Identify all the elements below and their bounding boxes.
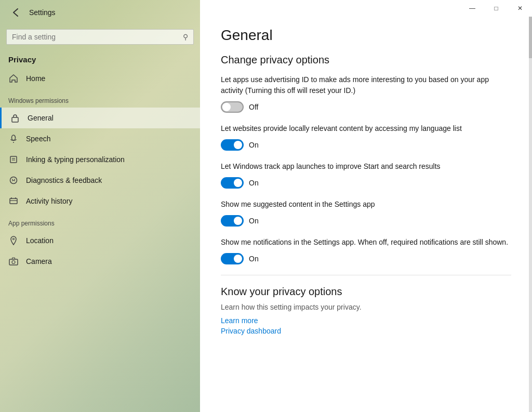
notifications-toggle[interactable] [221, 253, 244, 264]
change-privacy-options-title: Change privacy options [221, 54, 511, 66]
sidebar: Settings ⚲ Privacy Home Windows permissi… [0, 0, 200, 412]
sidebar-item-general[interactable]: General [0, 108, 200, 128]
home-icon [8, 73, 19, 84]
setting-notifications-toggle-row: On [221, 253, 511, 264]
inking-icon [8, 154, 19, 165]
svg-point-1 [12, 135, 16, 140]
search-box[interactable]: ⚲ [6, 29, 194, 45]
setting-advertising: Let apps use advertising ID to make ads … [221, 74, 511, 113]
sidebar-item-speech[interactable]: Speech [0, 128, 200, 149]
setting-suggested-desc: Show me suggested content in the Setting… [221, 199, 511, 210]
setting-tracking-desc: Let Windows track app launches to improv… [221, 161, 511, 172]
language-toggle-label: On [249, 141, 259, 149]
svg-rect-3 [10, 156, 17, 163]
setting-advertising-toggle-row: Off [221, 101, 511, 113]
advertising-toggle[interactable] [221, 101, 244, 113]
sidebar-item-inking-label: Inking & typing personalization [26, 155, 125, 164]
sidebar-item-home[interactable]: Home [0, 68, 200, 89]
titlebar: Settings [0, 0, 200, 25]
section-privacy-label: Privacy [0, 53, 200, 68]
search-input[interactable] [12, 33, 179, 41]
tracking-toggle[interactable] [221, 177, 244, 189]
setting-notifications: Show me notifications in the Settings ap… [221, 237, 511, 264]
sidebar-item-general-label: General [28, 114, 54, 122]
tracking-toggle-label: On [249, 179, 259, 187]
svg-point-7 [12, 179, 13, 180]
activity-icon [8, 196, 19, 206]
sidebar-item-speech-label: Speech [26, 135, 50, 143]
sidebar-item-camera[interactable]: Camera [0, 251, 200, 272]
toggle-thumb [222, 103, 231, 111]
setting-advertising-desc: Let apps use advertising ID to make ads … [221, 74, 511, 96]
back-button[interactable] [8, 5, 23, 20]
sidebar-item-camera-label: Camera [26, 257, 52, 265]
toggle-thumb [234, 141, 242, 149]
setting-language-toggle-row: On [221, 139, 511, 151]
window-titlebar: — □ ✕ [200, 0, 532, 17]
app-title: Settings [29, 8, 56, 17]
main-content: General Change privacy options Let apps … [200, 17, 532, 412]
suggested-toggle[interactable] [221, 215, 244, 227]
toggle-thumb [234, 179, 242, 187]
sidebar-item-inking[interactable]: Inking & typing personalization [0, 149, 200, 170]
setting-suggested: Show me suggested content in the Setting… [221, 199, 511, 227]
setting-tracking-toggle-row: On [221, 177, 511, 189]
sidebar-item-activity[interactable]: Activity history [0, 191, 200, 211]
language-toggle[interactable] [221, 139, 244, 151]
learn-more-link[interactable]: Learn more [221, 316, 511, 325]
know-privacy-title: Know your privacy options [221, 286, 511, 298]
toggle-thumb [234, 255, 242, 263]
sidebar-item-diagnostics-label: Diagnostics & feedback [26, 176, 102, 184]
advertising-toggle-label: Off [249, 103, 258, 111]
location-icon [8, 235, 19, 246]
svg-point-13 [13, 238, 15, 240]
svg-rect-9 [10, 198, 17, 204]
app-permissions-label: App permissions [0, 211, 200, 230]
notifications-toggle-label: On [249, 255, 259, 263]
svg-rect-0 [12, 117, 18, 122]
sidebar-item-activity-label: Activity history [26, 197, 72, 205]
svg-rect-14 [9, 259, 18, 265]
windows-permissions-label: Windows permissions [0, 89, 200, 108]
diagnostics-icon [8, 175, 19, 185]
know-privacy-desc: Learn how this setting impacts your priv… [221, 303, 511, 311]
page-title: General [221, 27, 511, 44]
speech-icon [8, 134, 19, 144]
svg-point-8 [14, 179, 15, 180]
toggle-thumb [234, 217, 242, 225]
divider [221, 275, 511, 275]
home-label: Home [26, 74, 45, 83]
privacy-dashboard-link[interactable]: Privacy dashboard [221, 327, 511, 335]
camera-icon [8, 256, 19, 267]
sidebar-item-diagnostics[interactable]: Diagnostics & feedback [0, 170, 200, 191]
scrollbar-thumb[interactable] [529, 17, 532, 58]
setting-language-desc: Let websites provide locally relevant co… [221, 123, 511, 134]
setting-language: Let websites provide locally relevant co… [221, 123, 511, 151]
lock-icon [10, 113, 20, 123]
scrollbar[interactable] [529, 17, 532, 412]
main-panel: — □ ✕ General Change privacy options Let… [200, 0, 532, 412]
close-button[interactable]: ✕ [508, 0, 532, 17]
maximize-button[interactable]: □ [484, 0, 508, 17]
minimize-button[interactable]: — [460, 0, 484, 17]
suggested-toggle-label: On [249, 217, 259, 225]
svg-point-15 [12, 261, 15, 264]
sidebar-item-location[interactable]: Location [0, 230, 200, 251]
sidebar-item-location-label: Location [26, 236, 54, 245]
search-icon: ⚲ [183, 33, 188, 41]
setting-notifications-desc: Show me notifications in the Settings ap… [221, 237, 511, 248]
setting-tracking: Let Windows track app launches to improv… [221, 161, 511, 189]
setting-suggested-toggle-row: On [221, 215, 511, 227]
